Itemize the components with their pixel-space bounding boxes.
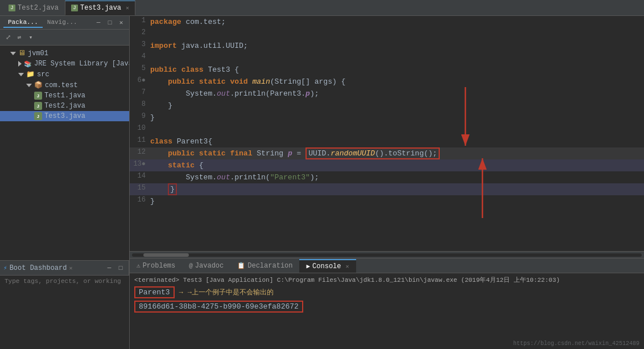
sidebar-toolbar: ⤢ ⇌ ▾	[0, 30, 129, 46]
console-header: <terminated> Test3 [Java Application] C:…	[134, 276, 639, 284]
javadoc-icon: @	[189, 262, 193, 269]
package-explorer-tree: 🖥 jvm01 📚 JRE System Library [JavaSE-1 📁…	[0, 46, 129, 155]
expand-icon	[18, 61, 22, 67]
java-icon: J	[34, 112, 42, 120]
code-lines: 1 package com.test; 2 3 import java.util…	[130, 16, 644, 207]
uuid-output-row: 89166d61-38b8-4275-b990-69e3efa82672	[134, 299, 639, 313]
parent3-output-text: Parent3	[139, 288, 170, 297]
code-line-9: 9 }	[130, 112, 644, 124]
code-line-12: 12 public static final String p = UUID.r…	[130, 147, 644, 159]
package-icon: 📦	[34, 81, 43, 89]
tab-console-label: Console	[312, 262, 341, 270]
tab-declaration[interactable]: 📋 Declaration	[230, 260, 299, 272]
tree-label-test2: Test2.java	[44, 102, 85, 110]
tree-label-jvm01: jvm01	[28, 50, 48, 58]
tab-close-icon[interactable]: ✕	[126, 5, 129, 11]
console-icon: ▶	[306, 262, 310, 270]
tab-problems[interactable]: ⚠ Problems	[130, 260, 182, 272]
sidebar-tab-navigate[interactable]: Navig...	[43, 18, 82, 28]
scroll-track	[132, 253, 642, 257]
left-panel: Packa... Navig... ─ □ ✕ ⤢ ⇌ ▾	[0, 16, 130, 349]
code-line-3: 3 import java.util.UUID;	[130, 40, 644, 52]
tree-label-test3: Test3.java	[44, 112, 85, 120]
annotation-chinese-text: →上一个例子中是不会输出的	[188, 288, 274, 297]
sidebar-title-bar: Packa... Navig... ─ □ ✕	[0, 16, 129, 30]
code-line-8: 8 }	[130, 100, 644, 112]
minimize-icon[interactable]: ─	[94, 18, 103, 27]
code-line-5: 5 public class Test3 {	[130, 64, 644, 76]
annotation-arrow: →	[179, 289, 183, 297]
tab-test2-label: Test2.java	[18, 4, 59, 12]
console-content: <terminated> Test3 [Java Application] C:…	[130, 273, 644, 349]
bottom-tab-bar: ⚠ Problems @ Javadoc 📋 Declaration ▶ Con…	[130, 258, 644, 273]
view-menu-icon[interactable]: ▾	[26, 33, 35, 42]
close-sidebar-icon[interactable]: ✕	[117, 18, 126, 27]
scroll-thumb[interactable]	[143, 253, 189, 257]
tab-test3-label: Test3.java	[80, 4, 121, 12]
horizontal-scrollbar[interactable]	[130, 251, 644, 258]
tree-label-jre: JRE System Library [JavaSE-1	[34, 60, 129, 68]
tab-test2[interactable]: J Test2.java	[2, 1, 65, 15]
tab-test3[interactable]: J Test3.java ✕	[65, 1, 135, 15]
code-line-15: 15 }	[130, 183, 644, 195]
working-set-input-area	[0, 275, 129, 349]
tree-item-comtest[interactable]: 📦 com.test	[0, 80, 129, 91]
tab-javadoc[interactable]: @ Javadoc	[182, 260, 230, 272]
code-line-11: 11 class Parent3{	[130, 136, 644, 147]
expand-icon	[18, 73, 24, 76]
folder-icon: 📁	[26, 70, 35, 79]
tab-console[interactable]: ▶ Console ✕	[299, 259, 356, 273]
uuid-output-text: 89166d61-38b8-4275-b990-69e3efa82672	[139, 302, 299, 311]
link-editor-icon[interactable]: ⇌	[15, 33, 24, 42]
java-icon: J	[34, 102, 42, 110]
tree-item-test1[interactable]: J Test1.java	[0, 91, 129, 101]
code-line-16: 16 }	[130, 195, 644, 207]
boot-minimize-icon[interactable]: ─	[105, 264, 114, 273]
boot-icon: ⚡	[3, 264, 7, 272]
code-line-1: 1 package com.test;	[130, 16, 644, 28]
expand-icon	[26, 84, 32, 87]
boot-dashboard-close-icon[interactable]: ✕	[69, 265, 72, 272]
tab-problems-label: Problems	[143, 262, 176, 270]
boot-dashboard-bar: ⚡ Boot Dashboard ✕ ─ □	[0, 260, 129, 275]
project-icon: 🖥	[18, 49, 26, 58]
expand-icon	[10, 52, 16, 55]
tab-javadoc-label: Javadoc	[195, 262, 224, 270]
problems-icon: ⚠	[137, 262, 141, 269]
declaration-icon: 📋	[237, 262, 245, 269]
library-icon: 📚	[24, 60, 32, 68]
code-line-2: 2	[130, 28, 644, 40]
java-file-icon-active: J	[71, 5, 78, 11]
boot-dashboard-label: Boot Dashboard	[10, 264, 67, 272]
java-icon: J	[34, 92, 42, 100]
tab-declaration-label: Declaration	[247, 262, 292, 270]
editor-tab-bar: J Test2.java J Test3.java ✕	[0, 0, 644, 16]
tree-label-test1: Test1.java	[44, 92, 85, 100]
uuid-output-box: 89166d61-38b8-4275-b990-69e3efa82672	[134, 301, 303, 313]
tree-item-test3[interactable]: J Test3.java	[0, 111, 129, 121]
tree-label-src: src	[37, 71, 49, 79]
code-editor[interactable]: 1 package com.test; 2 3 import java.util…	[130, 16, 644, 251]
bottom-panel: ⚠ Problems @ Javadoc 📋 Declaration ▶ Con…	[130, 258, 644, 349]
code-line-6: 6● public static void main(String[] args…	[130, 76, 644, 88]
tree-item-test2[interactable]: J Test2.java	[0, 101, 129, 111]
working-set-input[interactable]	[5, 278, 125, 285]
code-line-14: 14 System.out.println("Parent3");	[130, 171, 644, 183]
tree-label-comtest: com.test	[45, 81, 78, 89]
sidebar-toolbar-icons: ─ □ ✕	[94, 18, 126, 27]
java-file-icon: J	[9, 5, 15, 11]
code-line-4: 4	[130, 52, 644, 64]
parent3-output-box: Parent3	[134, 286, 175, 298]
sidebar-tab-group: Packa... Navig...	[3, 18, 82, 28]
code-line-7: 7 System.out.println(Parent3.p);	[130, 88, 644, 100]
tree-item-jvm01[interactable]: 🖥 jvm01	[0, 48, 129, 59]
right-panel: 1 package com.test; 2 3 import java.util…	[130, 16, 644, 349]
collapse-all-icon[interactable]: ⤢	[3, 33, 13, 42]
console-tab-close[interactable]: ✕	[346, 263, 349, 270]
sidebar-tab-package[interactable]: Packa...	[3, 18, 43, 28]
boot-maximize-icon[interactable]: □	[116, 264, 125, 273]
tree-item-jre[interactable]: 📚 JRE System Library [JavaSE-1	[0, 59, 129, 69]
code-line-13: 13● static {	[130, 159, 644, 171]
tree-item-src[interactable]: 📁 src	[0, 69, 129, 80]
maximize-icon[interactable]: □	[105, 18, 114, 27]
